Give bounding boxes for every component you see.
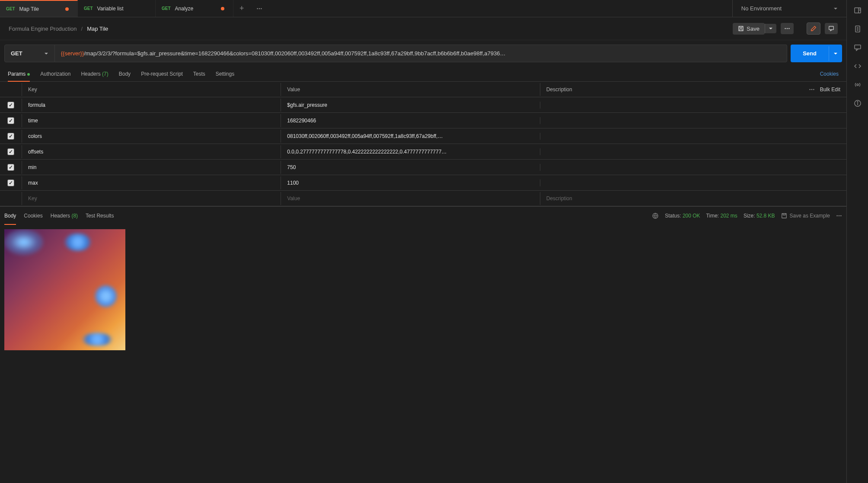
tab-label: Map Tile — [19, 6, 39, 12]
row-checkbox[interactable]: ✓ — [7, 164, 14, 171]
resp-tab-body[interactable]: Body — [4, 210, 16, 221]
send-label: Send — [803, 50, 817, 57]
svg-rect-24 — [855, 45, 861, 49]
tab-label: Analyze — [175, 6, 194, 12]
environment-label: No Environment — [741, 5, 782, 12]
sidebar-toggle-icon[interactable] — [854, 6, 862, 14]
status-display: Status: 200 OK — [665, 213, 700, 219]
param-value[interactable]: 1682290466 — [281, 114, 539, 127]
row-checkbox[interactable]: ✓ — [7, 179, 14, 186]
save-dropdown-button[interactable] — [765, 24, 776, 33]
tabs-more-button[interactable] — [250, 6, 268, 12]
request-row: GET {{server}}/map/3/2/3/?formula=$gfs.a… — [0, 40, 846, 67]
resp-tab-test-results[interactable]: Test Results — [86, 210, 114, 221]
chevron-down-icon — [833, 51, 838, 56]
save-as-example-button[interactable]: Save as Example — [781, 213, 830, 219]
param-value[interactable]: 0.0,0.2777777777777778,0.422222222222222… — [281, 145, 539, 158]
breadcrumb-parent[interactable]: Formula Engine Production — [9, 26, 77, 32]
param-key[interactable]: max — [22, 176, 281, 189]
cookies-link[interactable]: Cookies — [820, 71, 839, 77]
live-icon[interactable] — [854, 81, 862, 89]
comments-icon[interactable] — [854, 44, 862, 51]
resp-tab-headers[interactable]: Headers (8) — [51, 210, 78, 221]
param-key[interactable]: colors — [22, 130, 281, 143]
svg-rect-12 — [782, 214, 786, 218]
description-input[interactable]: Description — [540, 192, 799, 205]
resp-tab-cookies[interactable]: Cookies — [24, 210, 42, 221]
tab-authorization[interactable]: Authorization — [40, 67, 70, 81]
param-description[interactable] — [540, 179, 799, 186]
unsaved-dot-icon — [65, 7, 69, 11]
param-value[interactable]: 750 — [281, 161, 539, 174]
dots-icon — [784, 26, 790, 32]
param-value[interactable]: $gfs.air_pressure — [281, 99, 539, 112]
send-dropdown-button[interactable] — [829, 46, 842, 61]
documentation-icon[interactable] — [854, 25, 862, 33]
environment-selector[interactable]: No Environment — [732, 0, 846, 17]
table-row-new[interactable]: Key Value Description — [0, 191, 846, 206]
add-tab-button[interactable]: + — [233, 4, 250, 13]
url-input[interactable]: {{server}}/map/3/2/3/?formula=$gfs.air_p… — [55, 45, 787, 62]
row-checkbox[interactable]: ✓ — [7, 148, 14, 155]
svg-point-0 — [257, 8, 258, 9]
tab-variable-list[interactable]: GET Variable list — [78, 0, 156, 17]
send-button[interactable]: Send — [791, 45, 829, 62]
key-input[interactable]: Key — [22, 192, 281, 205]
tab-analyze[interactable]: GET Analyze — [156, 0, 233, 17]
tab-method: GET — [162, 6, 171, 11]
param-description[interactable] — [540, 117, 799, 124]
param-description[interactable] — [540, 164, 799, 171]
tab-pre-request[interactable]: Pre-request Script — [141, 67, 183, 81]
param-key[interactable]: offsets — [22, 145, 281, 158]
comment-button[interactable] — [825, 23, 838, 34]
tab-label: Variable list — [97, 6, 124, 12]
pencil-icon — [811, 26, 817, 32]
comment-icon — [828, 26, 834, 32]
tab-body[interactable]: Body — [119, 67, 131, 81]
row-checkbox[interactable]: ✓ — [7, 102, 14, 109]
svg-point-25 — [857, 84, 858, 86]
tab-method: GET — [84, 6, 93, 11]
response-image — [4, 229, 125, 350]
param-value[interactable]: 081030ff,002060ff,003492ff,005a94ff,0075… — [281, 130, 539, 143]
tab-params[interactable]: Params — [8, 67, 30, 81]
param-key[interactable]: time — [22, 114, 281, 127]
response-tabs: Body Cookies Headers (8) Test Results St… — [0, 206, 846, 225]
save-button[interactable]: Save — [733, 23, 765, 35]
response-more-button[interactable] — [836, 213, 842, 219]
method-selector[interactable]: GET — [4, 45, 55, 62]
time-display: Time: 202 ms — [706, 213, 737, 219]
chevron-down-icon — [833, 6, 838, 11]
svg-point-8 — [809, 89, 811, 90]
tab-settings[interactable]: Settings — [216, 67, 234, 81]
send-button-group: Send — [791, 45, 842, 62]
network-icon[interactable] — [652, 212, 659, 219]
table-more-button[interactable] — [809, 86, 815, 93]
bulk-edit-link[interactable]: Bulk Edit — [820, 86, 840, 93]
row-checkbox[interactable]: ✓ — [7, 117, 14, 124]
param-description[interactable] — [540, 102, 799, 109]
param-value[interactable]: 1100 — [281, 176, 539, 189]
param-key[interactable]: min — [22, 161, 281, 174]
save-icon — [781, 213, 787, 219]
save-label: Save — [747, 26, 760, 32]
method-label: GET — [11, 50, 22, 57]
svg-rect-3 — [739, 26, 744, 31]
svg-point-28 — [857, 102, 858, 102]
info-icon[interactable] — [854, 99, 862, 107]
tab-headers[interactable]: Headers (7) — [81, 67, 108, 81]
tab-map-tile[interactable]: GET Map Tile — [0, 0, 78, 17]
param-description[interactable] — [540, 148, 799, 155]
row-checkbox[interactable]: ✓ — [7, 133, 14, 140]
breadcrumb-current: Map Tile — [87, 26, 108, 32]
table-row: ✓ colors 081030ff,002060ff,003492ff,005a… — [0, 128, 846, 144]
code-icon[interactable] — [854, 62, 862, 70]
value-input[interactable]: Value — [281, 192, 539, 205]
more-actions-button[interactable] — [781, 23, 794, 34]
param-key[interactable]: formula — [22, 99, 281, 112]
url-variable: {{server}} — [61, 50, 84, 57]
tab-tests[interactable]: Tests — [193, 67, 205, 81]
param-description[interactable] — [540, 133, 799, 140]
edit-button[interactable] — [807, 22, 820, 35]
svg-point-4 — [785, 28, 786, 29]
